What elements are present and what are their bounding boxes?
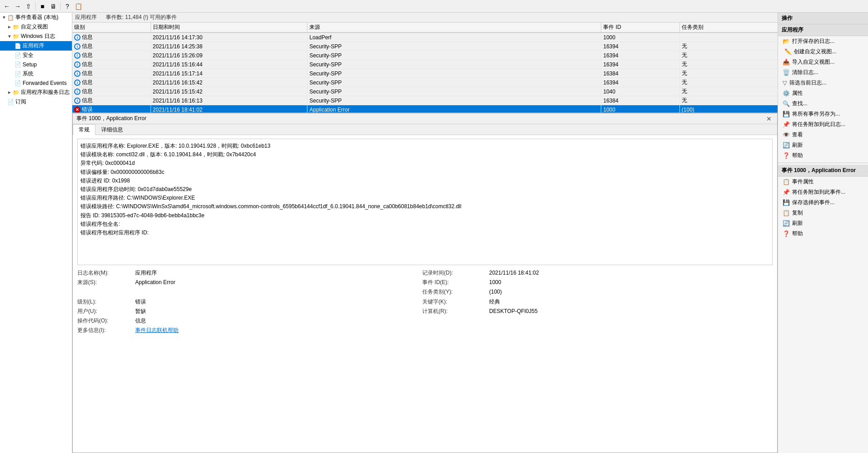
info-level-icon: i	[74, 89, 80, 95]
toolbar-monitor[interactable]: 🖥	[48, 1, 58, 11]
recorded-value: 2021/11/16 18:41:02	[489, 269, 773, 277]
toolbar-stop[interactable]: ■	[38, 1, 47, 11]
toolbar-help[interactable]: ?	[62, 1, 72, 11]
action-properties[interactable]: ⚙️ 属性	[778, 88, 868, 98]
toolbar-forward[interactable]: →	[13, 1, 23, 11]
action-view[interactable]: 👁️ 查看	[778, 130, 868, 140]
toolbar-clipboard[interactable]: 📋	[73, 1, 83, 11]
toolbar-up[interactable]: ⇧	[24, 1, 33, 11]
detail-title: 事件 1000，Application Error	[76, 115, 146, 122]
sidebar-item-system[interactable]: 📄 系统	[0, 69, 72, 79]
table-row[interactable]: i 信息2021/11/16 15:17:14Security-SPP16384…	[72, 69, 778, 78]
sidebar-item-event-viewer[interactable]: ▼ 📋 事件查看器 (本地)	[0, 13, 72, 22]
save-all-icon: 💾	[783, 111, 790, 117]
cell-eventid: 16394	[601, 42, 679, 51]
col-header-level[interactable]: 级别	[72, 23, 151, 33]
table-row[interactable]: ✕ 错误2021/11/16 18:41:02Application Error…	[72, 105, 778, 113]
table-row[interactable]: i 信息2021/11/16 14:25:38Security-SPP16394…	[72, 42, 778, 51]
action-find[interactable]: 🔍 查找...	[778, 98, 868, 109]
count-label: 事件数: 11,484 (!) 可用的事件	[106, 14, 177, 21]
action-help-app[interactable]: ❓ 帮助	[778, 150, 868, 161]
cell-datetime: 2021/11/16 16:15:42	[151, 78, 307, 87]
col-header-eventid[interactable]: 事件 ID	[601, 23, 679, 33]
sidebar-item-setup[interactable]: 📄 Setup	[0, 60, 72, 69]
sidebar-label-system: 系统	[23, 70, 33, 78]
cell-eventid: 16384	[601, 96, 679, 105]
table-row[interactable]: i 信息2021/11/16 15:16:44Security-SPP16394…	[72, 60, 778, 69]
sidebar-item-subscriptions[interactable]: 📄 订阅	[0, 97, 72, 107]
table-row[interactable]: i 信息2021/11/16 15:26:09Security-SPP16394…	[72, 51, 778, 60]
sidebar-item-app-log[interactable]: 📄 应用程序	[0, 41, 72, 51]
sidebar-label-app-service-log: 应用程序和服务日志	[21, 89, 70, 96]
info-level-icon: i	[74, 52, 80, 59]
action-refresh-app[interactable]: 🔄 刷新	[778, 140, 868, 150]
cell-level: i 信息	[72, 60, 151, 69]
detail-close-button[interactable]: ✕	[764, 115, 774, 122]
action-attach-task-log[interactable]: 📌 将任务附加到此日志...	[778, 119, 868, 130]
col-header-task[interactable]: 任务类别	[679, 23, 778, 33]
action-help-event[interactable]: ❓ 帮助	[778, 229, 868, 239]
sidebar-label-app-log: 应用程序	[23, 42, 44, 50]
action-open-saved-log[interactable]: 📂 打开保存的日志...	[778, 36, 868, 47]
task-label: 任务类别(Y):	[422, 288, 486, 296]
sidebar-label-setup: Setup	[23, 61, 37, 68]
table-row[interactable]: i 信息2021/11/16 16:15:42Security-SPP16394…	[72, 78, 778, 87]
col-header-source[interactable]: 来源	[307, 23, 601, 33]
app-label: 应用程序	[75, 14, 97, 21]
action-event-properties[interactable]: 📋 事件属性	[778, 177, 868, 187]
action-import-custom-view[interactable]: 📥 导入自定义视图...	[778, 57, 868, 67]
cell-task: 无	[679, 60, 778, 69]
sidebar-item-custom-views[interactable]: ► 📁 自定义视图	[0, 22, 72, 32]
sidebar-label-custom-views: 自定义视图	[21, 23, 48, 31]
sidebar-item-app-service-log[interactable]: ► 📁 应用程序和服务日志	[0, 88, 72, 97]
sidebar-item-security[interactable]: 📄 安全	[0, 51, 72, 60]
cell-task: (100)	[679, 105, 778, 113]
filter-icon: ▽	[783, 79, 787, 86]
tab-general[interactable]: 常规	[73, 124, 95, 135]
log-name-value: 应用程序	[135, 269, 419, 277]
actions-section-title-app: 操作	[778, 13, 868, 24]
action-label-copy: 复制	[792, 209, 803, 217]
cell-datetime: 2021/11/16 15:16:44	[151, 60, 307, 69]
sidebar-item-windows-log[interactable]: ▼ 📁 Windows 日志	[0, 32, 72, 41]
cell-datetime: 2021/11/16 15:15:42	[151, 87, 307, 96]
cell-source: Security-SPP	[307, 78, 601, 87]
action-label-event-props: 事件属性	[792, 178, 814, 186]
source-value: Application Error	[135, 278, 419, 287]
action-save-selected[interactable]: 💾 保存选择的事件...	[778, 197, 868, 208]
cell-source: Security-SPP	[307, 60, 601, 69]
sidebar-item-forwarded[interactable]: 📄 Forwarded Events	[0, 79, 72, 88]
event-table-container[interactable]: 级别 日期和时间 来源 事件 ID 任务类别 i 信息2021/11/16 14…	[72, 23, 778, 113]
event-prop-icon: 📋	[783, 178, 790, 185]
find-icon: 🔍	[783, 100, 790, 107]
action-create-custom-view[interactable]: ✏️ 创建自定义视图...	[778, 47, 868, 57]
table-row[interactable]: i 信息2021/11/16 14:17:30LoadPerf1000	[72, 33, 778, 42]
expand-arrow-appservice: ►	[7, 90, 12, 95]
detail-title-bar: 事件 1000，Application Error ✕	[73, 113, 777, 124]
cell-eventid: 1000	[601, 33, 679, 42]
action-copy[interactable]: 📋 复制	[778, 208, 868, 218]
cell-level: i 信息	[72, 69, 151, 78]
action-filter-log[interactable]: ▽ 筛选当前日志...	[778, 78, 868, 88]
expand-arrow: ▼	[2, 15, 6, 20]
action-refresh-event[interactable]: 🔄 刷新	[778, 218, 868, 229]
info-level-icon: i	[74, 34, 80, 41]
action-clear-log[interactable]: 🗑️ 清除日志...	[778, 67, 868, 78]
cell-source: Security-SPP	[307, 69, 601, 78]
more-info-link[interactable]: 事件日志联机帮助	[135, 326, 419, 335]
log-name-label: 日志名称(M):	[77, 269, 132, 277]
sidebar-label-security: 安全	[23, 51, 33, 59]
cell-datetime: 2021/11/16 16:16:13	[151, 96, 307, 105]
keyword-value: 经典	[489, 298, 773, 306]
cell-level: i 信息	[72, 51, 151, 60]
cell-datetime: 2021/11/16 14:17:30	[151, 33, 307, 42]
tab-details[interactable]: 详细信息	[95, 124, 129, 135]
table-row[interactable]: i 信息2021/11/16 15:15:42Security-SPP1040无	[72, 87, 778, 96]
center-area: 应用程序 事件数: 11,484 (!) 可用的事件 级别 日期和时间 来源 事…	[72, 13, 778, 453]
action-attach-task-event[interactable]: 📌 将任务附加到此事件...	[778, 187, 868, 197]
table-row[interactable]: i 信息2021/11/16 16:16:13Security-SPP16384…	[72, 96, 778, 105]
toolbar-back[interactable]: ←	[2, 1, 12, 11]
action-save-all[interactable]: 💾 将所有事件另存为...	[778, 109, 868, 119]
action-label-save-all: 将所有事件另存为...	[792, 110, 840, 118]
col-header-datetime[interactable]: 日期和时间	[151, 23, 307, 33]
